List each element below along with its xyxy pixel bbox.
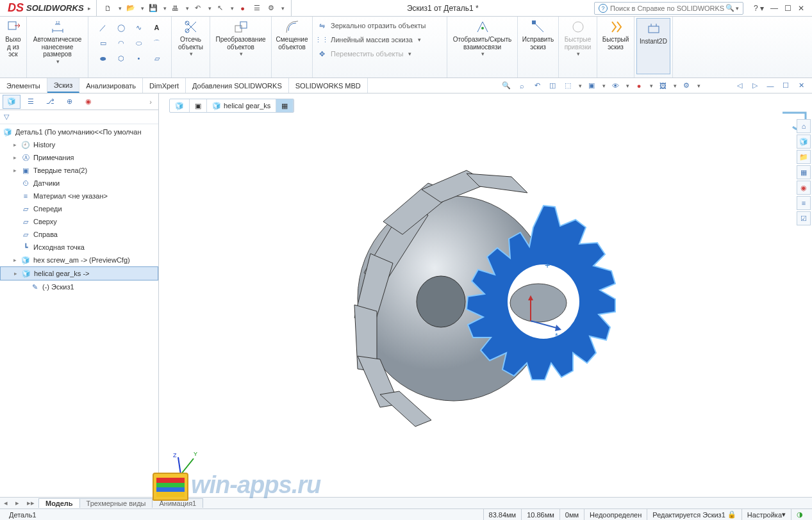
taskpane-forum-icon[interactable]: ☑ xyxy=(797,211,811,225)
display-relations-button[interactable]: Отобразить/Скрыть взаимосвязи ▾ xyxy=(447,17,518,77)
mirror-entities-button[interactable]: ⇋Зеркально отразить объекты xyxy=(317,19,426,32)
graphics-area[interactable]: 🧊 ▣ 🧊 helical gear_ks ▦ ✕ xyxy=(159,93,812,497)
hide-show-icon[interactable]: 👁 xyxy=(609,80,621,92)
text-tool-icon[interactable]: A xyxy=(149,20,165,35)
breadcrumb-item[interactable]: 🧊 helical gear_ks xyxy=(207,99,276,112)
select-icon[interactable]: ↖ xyxy=(215,3,226,13)
tab-mbd[interactable]: SOLIDWORKS MBD xyxy=(289,78,368,93)
help-dropdown-icon[interactable]: ? ▾ xyxy=(754,4,764,13)
selection-breadcrumb[interactable]: 🧊 ▣ 🧊 helical gear_ks ▦ xyxy=(169,99,294,113)
tree-item[interactable]: ▸🧊hex screw_am -> (PreviewCfg) xyxy=(0,254,158,266)
zoom-fit-icon[interactable]: 🔍 xyxy=(501,80,512,92)
dimxpert-manager-tab-icon[interactable]: ⊕ xyxy=(60,95,78,109)
options-list-icon[interactable]: ☰ xyxy=(252,3,262,13)
breadcrumb-body-icon[interactable]: ▣ xyxy=(190,99,207,112)
tab-dimxpert[interactable]: DimXpert xyxy=(143,78,186,93)
repair-sketch-button[interactable]: Исправить эскиз xyxy=(518,17,559,77)
viewport-prev-icon[interactable]: ◁ xyxy=(734,80,745,92)
expand-icon[interactable]: ▸ xyxy=(12,154,18,161)
expand-icon[interactable]: ▸ xyxy=(12,167,18,174)
tree-item[interactable]: ▱Сверху xyxy=(0,215,158,228)
previous-view-icon[interactable]: ↶ xyxy=(531,80,543,92)
tab-animation1[interactable]: Анимация1 xyxy=(152,498,203,508)
zoom-area-icon[interactable]: ⌕ xyxy=(516,80,527,92)
manager-overflow-icon[interactable]: › xyxy=(145,98,156,106)
taskpane-home-icon[interactable]: ⌂ xyxy=(797,119,811,133)
display-style-icon[interactable]: ▣ xyxy=(586,80,597,92)
tree-item[interactable]: ✎(-) Эскиз1 xyxy=(0,280,158,293)
expand-icon[interactable]: ▸ xyxy=(12,257,18,263)
feature-manager-tab-icon[interactable]: 🧊 xyxy=(3,95,21,109)
plane-tool-icon[interactable]: ▱ xyxy=(149,51,165,65)
arc-tool-icon[interactable]: ◠ xyxy=(113,36,129,50)
tab-addins[interactable]: Добавления SOLIDWORKS xyxy=(186,78,289,93)
section-view-icon[interactable]: ◫ xyxy=(547,80,558,92)
apply-scene-icon[interactable]: 🖼 xyxy=(657,80,668,92)
slot-tool-icon[interactable]: ⬬ xyxy=(95,51,111,65)
undo-icon[interactable]: ↶ xyxy=(193,3,203,13)
spline-tool-icon[interactable]: ∿ xyxy=(131,20,147,35)
taskpane-custom-props-icon[interactable]: ≡ xyxy=(797,196,811,210)
save-icon[interactable]: 💾 xyxy=(148,3,158,13)
tree-item[interactable]: ▸ⒶПримечания xyxy=(0,151,158,164)
tree-filter[interactable]: ▽ xyxy=(0,110,158,124)
tree-item[interactable]: ▸🧊helical gear_ks -> xyxy=(0,266,158,280)
expand-icon[interactable]: ▸ xyxy=(12,142,18,148)
tree-item[interactable]: ▱Справа xyxy=(0,228,158,241)
offset-entities-button[interactable]: Смещение объектов xyxy=(272,17,313,77)
viewport-maximize-icon[interactable]: ☐ xyxy=(780,80,791,92)
view-triad-icon[interactable]: X Y Z xyxy=(168,446,206,484)
view-settings-icon[interactable]: ⚙ xyxy=(681,80,692,92)
smart-dimension-button[interactable]: 12 Автоматическое нанесение размеров ▾ xyxy=(27,17,88,77)
exit-sketch-button[interactable]: Выхо д из эск xyxy=(0,17,27,77)
rapid-sketch-button[interactable]: Быстрый эскиз xyxy=(597,17,634,77)
help-search-input[interactable] xyxy=(610,4,725,12)
rectangle-tool-icon[interactable]: ▭ xyxy=(95,36,111,50)
tree-item[interactable]: ┗Исходная точка xyxy=(0,241,158,254)
minimize-button[interactable]: — xyxy=(770,4,778,13)
app-menu-dropdown-icon[interactable]: ▸ xyxy=(88,5,91,12)
expand-icon[interactable]: ▸ xyxy=(12,270,19,277)
circle-tool-icon[interactable]: ◯ xyxy=(113,20,129,35)
taskpane-appearances-icon[interactable]: ◉ xyxy=(797,181,811,195)
tab-3d-views[interactable]: Трехмерные виды xyxy=(79,498,153,508)
ellipse-tool-icon[interactable]: ⬭ xyxy=(131,36,147,50)
tab-sketch[interactable]: Эскиз xyxy=(47,78,79,93)
edit-appearance-icon[interactable]: ● xyxy=(633,80,645,92)
linear-pattern-button[interactable]: ⋮⋮Линейный массив эскиза▾ xyxy=(317,33,426,46)
breadcrumb-sketch-icon[interactable]: ▦ xyxy=(276,99,294,112)
convert-entities-button[interactable]: Преобразование объектов ▾ xyxy=(210,17,272,77)
instant2d-button[interactable]: Instant2D xyxy=(634,17,673,77)
viewport-close-icon[interactable]: ✕ xyxy=(795,80,807,92)
point-tool-icon[interactable]: • xyxy=(131,51,147,65)
tab-scroll-end-icon[interactable]: ▸▸ xyxy=(23,499,38,507)
tree-item[interactable]: ▸🕘History xyxy=(0,138,158,151)
status-units-icon[interactable]: ◑ xyxy=(791,509,808,520)
configuration-manager-tab-icon[interactable]: ⎇ xyxy=(41,95,59,109)
tab-scroll-left-icon[interactable]: ◂ xyxy=(0,499,12,507)
open-doc-icon[interactable]: 📂 xyxy=(126,3,136,13)
viewport-minimize-icon[interactable]: — xyxy=(765,80,776,92)
tab-model[interactable]: Модель xyxy=(38,498,80,508)
property-manager-tab-icon[interactable]: ☰ xyxy=(22,95,40,109)
status-custom[interactable]: Настройка ▾ xyxy=(742,509,791,520)
breadcrumb-part-icon[interactable]: 🧊 xyxy=(170,99,190,112)
search-icon[interactable]: 🔍 xyxy=(725,4,734,12)
fillet-tool-icon[interactable]: ⌒ xyxy=(149,36,165,50)
line-tool-icon[interactable]: ／ xyxy=(95,20,111,35)
tab-evaluate[interactable]: Анализировать xyxy=(79,78,143,93)
viewport-next-icon[interactable]: ▷ xyxy=(749,80,761,92)
new-doc-icon[interactable]: 🗋 xyxy=(103,3,113,13)
tree-root[interactable]: 🧊 Деталь1 (По умолчанию<<По умолчан xyxy=(0,126,158,138)
taskpane-view-palette-icon[interactable]: ▦ xyxy=(797,165,811,179)
tree-item[interactable]: ⏲Датчики xyxy=(0,177,158,190)
polygon-tool-icon[interactable]: ⬡ xyxy=(113,51,129,65)
view-orientation-icon[interactable]: ⬚ xyxy=(562,80,574,92)
trim-button[interactable]: Отсечь объекты ▾ xyxy=(172,17,210,77)
maximize-button[interactable]: ☐ xyxy=(784,4,791,13)
help-search[interactable]: ? 🔍▾ xyxy=(594,2,743,15)
print-icon[interactable]: 🖶 xyxy=(170,3,181,13)
tree-item[interactable]: ≡Материал <не указан> xyxy=(0,190,158,202)
taskpane-file-explorer-icon[interactable]: 📁 xyxy=(797,150,811,164)
status-mode-lock-icon[interactable]: 🔒 xyxy=(727,510,736,519)
